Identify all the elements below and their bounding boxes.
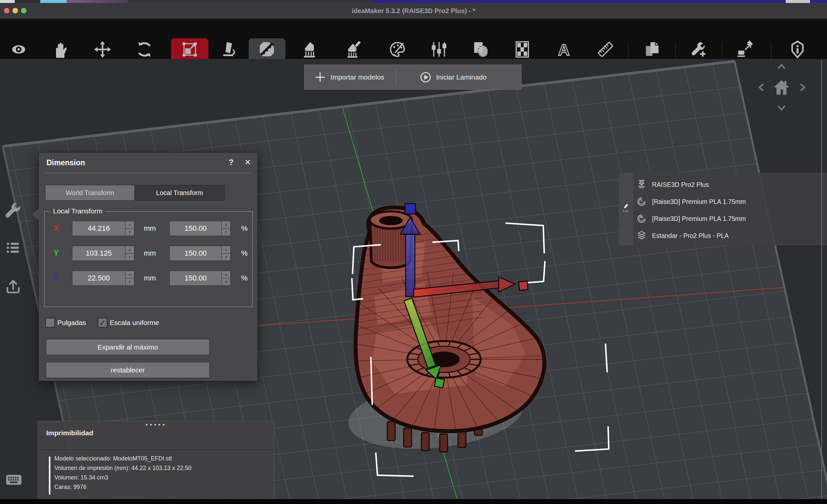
x-size-input[interactable]: 44.216 ▲▼ [72, 221, 134, 236]
free-cut-icon [258, 40, 276, 59]
upload-icon[interactable] [5, 277, 21, 294]
window-title: ideaMaker 5.3.2 (RAISE3D Pro2 Plus) - * [0, 7, 827, 15]
y-percent-value[interactable]: 150.00 [170, 246, 222, 261]
printability-divider [38, 449, 274, 450]
help-button[interactable]: ? [229, 158, 234, 167]
y-percent-spinner[interactable]: ▲▼ [222, 246, 230, 261]
tab-world-transform[interactable]: World Transform [45, 185, 135, 201]
x-size-spinner[interactable]: ▲▼ [125, 221, 134, 236]
z-size-input[interactable]: 22.500 ▲▼ [72, 271, 134, 286]
axis-y-label: Y [54, 249, 59, 258]
spinner-down-icon[interactable]: ▼ [222, 254, 230, 261]
print-volume-line: Volumen de impresión (mm): 44.22 x 103.1… [54, 465, 191, 471]
hand-icon [51, 40, 70, 59]
place-icon [220, 40, 239, 59]
plus-icon [314, 71, 326, 83]
boolean-icon [472, 40, 490, 59]
rotate-right-button[interactable] [797, 81, 809, 93]
support-icon [300, 40, 319, 59]
svg-text:L: L [641, 198, 643, 202]
spinner-up-icon[interactable]: ▲ [126, 246, 134, 254]
z-percent-input[interactable]: 150.00 ▲▼ [169, 271, 231, 286]
x-percent-input[interactable]: 150.00 ▲▼ [169, 221, 231, 236]
rotate-left-button[interactable] [755, 81, 767, 93]
gizmo-z-handle[interactable] [405, 204, 416, 214]
inches-checkbox[interactable] [45, 318, 55, 328]
printer-type-label: RAISE3D Pro2 Plus [652, 181, 709, 188]
titlebar: ideaMaker 5.3.2 (RAISE3D Pro2 Plus) - * [0, 3, 827, 19]
printability-panel: ····· Imprimibilidad Modelo seleccionado… [38, 421, 274, 499]
import-models-label: Importar modelos [331, 73, 384, 81]
y-percent-input[interactable]: 150.00 ▲▼ [169, 246, 231, 261]
x-percent-value[interactable]: 150.00 [170, 221, 222, 236]
tab-local-transform[interactable]: Local Transform [134, 185, 225, 201]
library-icon [788, 40, 807, 59]
import-models-button[interactable]: Importar modelos [304, 65, 396, 89]
spinner-up-icon[interactable]: ▲ [222, 271, 230, 279]
volume-line: Volumen: 15.34 cm3 [54, 474, 108, 481]
background-window-sliver [40, 0, 66, 3]
dialog-divider [45, 173, 251, 173]
spinner-up-icon[interactable]: ▲ [126, 271, 134, 279]
y-size-spinner[interactable]: ▲▼ [125, 246, 134, 261]
axis-x-label: X [54, 224, 59, 233]
scale-to-max-button[interactable]: Expandir al máximo [46, 339, 210, 355]
support-paint-icon [344, 40, 362, 59]
background-window-sliver [810, 0, 827, 3]
close-dialog-button[interactable]: ✕ [244, 158, 251, 167]
z-size-spinner[interactable]: ▲▼ [125, 271, 134, 285]
viewport-right-divider [821, 60, 822, 498]
keyboard-icon[interactable] [5, 470, 23, 489]
home-view-button[interactable] [772, 78, 791, 97]
uniform-scale-checkbox[interactable]: ✓ [98, 318, 107, 328]
z-size-value[interactable]: 22.500 [72, 271, 125, 285]
rotate-down-button[interactable] [776, 102, 787, 114]
x-percent-spinner[interactable]: ▲▼ [222, 221, 230, 236]
left-filament-label: [Raise3D] Premium PLA 1.75mm [652, 198, 746, 206]
background-window-sliver [786, 0, 810, 3]
printer-icon [636, 179, 647, 190]
list-icon[interactable] [5, 240, 21, 256]
model-gear-ring [407, 341, 481, 378]
modifier-icon [430, 40, 448, 59]
spinner-down-icon[interactable]: ▼ [222, 229, 230, 236]
rotate-up-button[interactable] [776, 61, 787, 72]
spinner-down-icon[interactable]: ▼ [222, 279, 230, 286]
spinner-down-icon[interactable]: ▼ [126, 229, 134, 236]
z-percent-spinner[interactable]: ▲▼ [222, 271, 230, 285]
start-slicing-button[interactable]: Iniciar Laminado [396, 65, 521, 89]
z-percent-value[interactable]: 150.00 [170, 271, 222, 285]
right-filament-row[interactable]: R [Raise3D] Premium PLA 1.75mm [636, 211, 820, 226]
action-bar: Importar modelos Iniciar Laminado [304, 64, 522, 90]
y-size-input[interactable]: 103.125 ▲▼ [72, 246, 134, 261]
connect-icon [736, 40, 754, 59]
spinner-up-icon[interactable]: ▲ [222, 221, 230, 229]
percent-unit-label: % [241, 274, 248, 282]
edit-pencil-icon[interactable] [622, 203, 631, 212]
printability-title: Imprimibilidad [46, 429, 93, 437]
bottom-window-edge [0, 499, 827, 504]
printer-type-row[interactable]: RAISE3D Pro2 Plus [636, 177, 820, 192]
spinner-down-icon[interactable]: ▼ [126, 279, 134, 286]
start-slicing-label: Iniciar Laminado [436, 73, 487, 81]
spinner-up-icon[interactable]: ▲ [222, 246, 230, 254]
printability-accent-bar [49, 456, 50, 495]
dimension-row-z: Z 22.500 ▲▼ mm 150.00 ▲▼ % [45, 271, 252, 286]
reset-button[interactable]: restablecer [46, 362, 210, 378]
y-size-value[interactable]: 103.125 [72, 246, 125, 261]
wrench-icon[interactable] [3, 202, 23, 222]
left-filament-row[interactable]: L [Raise3D] Premium PLA 1.75mm [636, 194, 820, 209]
slice-template-row[interactable]: Estandar - Pro2 Plus - PLA [636, 228, 820, 243]
palette-icon [388, 40, 406, 59]
x-size-value[interactable]: 44.216 [72, 221, 125, 236]
spinner-up-icon[interactable]: ▲ [126, 221, 134, 229]
dimension-row-y: Y 103.125 ▲▼ mm 150.00 ▲▼ % [45, 246, 252, 261]
gizmo-x-handle[interactable] [519, 281, 528, 291]
spinner-down-icon[interactable]: ▼ [126, 254, 134, 261]
mm-unit-label: mm [144, 274, 156, 282]
drag-handle-dots[interactable]: ····· [38, 419, 274, 430]
dimension-dialog: Dimension ? ✕ World Transform Local Tran… [38, 152, 258, 381]
move-icon [93, 40, 112, 59]
background-window-sliver [15, 0, 40, 3]
gizmo-y-handle[interactable] [434, 378, 445, 388]
